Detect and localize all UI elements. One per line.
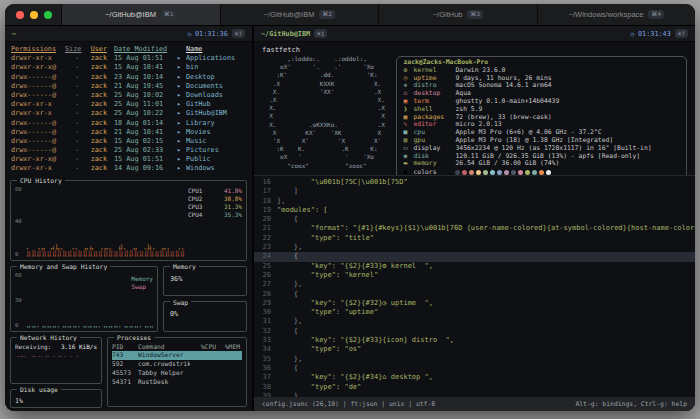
file-date: 15 Aug 10:41 [107,63,174,72]
editor-line[interactable]: 22 "type": "title" [254,234,695,243]
cpu-core-label: CPU4 [188,211,202,219]
code-text: "type": "de" [277,383,695,392]
code-text: "format": "{#1}{#keys}{$1}\u001b[76D {us… [277,224,695,233]
editor-line[interactable]: 35 }, [254,355,695,364]
file-permissions: drwxr-xr-x@ [11,155,65,164]
editor-line[interactable]: 21 "format": "{#1}{#keys}{$1}\u001b[76D … [254,224,695,233]
axis-tick: 0 [15,322,26,328]
process-pid: 592 [112,360,138,369]
editor-line[interactable]: 37 "key": "{$2}{#34}⌂ desktop ", [254,373,695,382]
editor-line[interactable]: 17 ] [254,187,695,196]
file-permissions: drwx------@ [11,119,65,128]
process-cpu [190,351,216,360]
file-name: bin [186,63,246,72]
info-value: 9 days, 11 hours, 26 mins [455,75,680,83]
axis-tick: 40 [15,218,26,224]
editor-line[interactable]: 34 "type": "os" [254,345,695,354]
editor-line[interactable]: 23 }, [254,243,695,252]
tab-shortcut-badge: ⌘3 [467,10,482,19]
cpu-core-label: CPU3 [188,203,202,211]
process-row[interactable]: 743 WindowServer [112,351,242,360]
editor-line[interactable]: 36 { [254,364,695,373]
network-rx-value: 3.16 KiB/s [61,343,97,350]
clock-shortcut-badge: ⌘7 [232,29,245,38]
editor-line[interactable]: 28 { [254,290,695,299]
folder-icon: ▸ [174,82,186,91]
clock: 01:31:36 [195,30,228,38]
ascii-art-line: ,:loddo:. .:oddol:, [262,55,388,63]
editor-line[interactable]: 32 { [254,327,695,336]
editor-line[interactable]: 29 "key": "{$2}{#32}◷ uptime ", [254,299,695,308]
file-date: 25 Aug 10:02 [107,91,174,100]
editor-line[interactable]: 18 }, [254,197,695,206]
process-pid: 45573 [112,369,138,378]
editor-line[interactable]: 26 "type": "kernel" [254,271,695,280]
network-graph-line: ⢀⣀⡀ ⣀⢀⡀⣀ ⡀⣀⢀ ⡀⢀ [15,350,97,357]
close-button[interactable] [16,11,24,19]
panel-title: Memory and Swap History [17,262,110,271]
titlebar: ~/GitHub@IBM ⌘1 ~/GitHub@IBM ⌘2 ~/GitHub… [5,4,695,26]
code-text: { [277,215,695,224]
line-number: 33 [254,336,277,345]
file-date: 14 Aug 09:16 [107,164,174,173]
ascii-art-line: :K K. .K K: [262,145,388,153]
tmux-session-name[interactable]: ~/GitHub@IBM [261,30,310,38]
disk-usage-panel: Disk usage 1% [10,389,102,408]
editor-line[interactable]: 24 { [254,252,695,261]
file-row: drwxr-xr-x@ - zack 15 Aug 01:51 ▸ Public [11,155,246,164]
terminal-tab[interactable]: ~/Windows/workspace ⌘4 [537,4,696,25]
process-row[interactable]: 45573 Tabby Helper [112,369,242,378]
file-size: - [65,63,79,72]
file-rows: drwxr-xr-x - zack 15 Aug 01:51 ▸ Applica… [11,54,246,173]
editor-line[interactable]: 20 { [254,215,695,224]
tab-bar: ~/GitHub@IBM ⌘1 ~/GitHub@IBM ⌘2 ~/GitHub… [61,4,695,25]
header-mem[interactable]: %MEM [216,343,242,352]
editor-line[interactable]: 19 "modules": [ [254,206,695,215]
file-owner: zack [79,91,107,100]
swap-gauge-panel: Swap 0% [163,301,247,332]
traffic-lights [5,11,61,19]
memory-legend-item: Swap [131,283,153,291]
maximize-button[interactable] [44,11,52,19]
process-row[interactable]: 54371 RustDesk [112,378,242,387]
file-row: drwxr-xr-x - zack 15 Aug 01:51 ▸ Applica… [11,54,246,63]
line-number: 21 [254,224,277,233]
network-column: Network History Receiving: 3.16 KiB/s ⢀⣀… [10,337,102,407]
file-name: Documents [186,82,246,91]
folder-icon: ▸ [174,54,186,63]
ascii-art-line: oX ' ' 'Xo [262,153,388,161]
tmux-session-name[interactable]: ~ [12,30,16,38]
code-text: }, [277,243,695,252]
terminal-tab[interactable]: ~/GitHub@IBM ⌘2 [220,4,379,25]
file-name: Downloads [186,91,246,100]
info-icon: ▬ [403,160,413,168]
memory-section: Memory and Swap History 60 30 0 ⣀⣀⡀⣀⣀⣀⡀⣀… [10,266,247,332]
info-row: ✎ editor micro 2.0.13 [403,121,680,129]
panel-title: Memory [170,262,199,271]
info-row: ❯ shell zsh 5.9 [403,106,680,114]
header-size: Size [65,45,79,54]
header-cpu[interactable]: %CPU [190,343,216,352]
ascii-art: ,:loddo:. .:oddol:, oX' '. .' 'Xo :K' .d… [262,55,388,175]
terminal-tab[interactable]: ~/GitHub@IBM ⌘1 [61,4,220,25]
process-row[interactable]: 592 com.crowdstrike.falc [112,360,242,369]
process-rows: 743 WindowServer 592 com.crowdstrike.fal… [112,351,242,386]
ascii-art-line: X KX' 'XK X [262,129,388,137]
editor-line[interactable]: 38 "type": "de" [254,383,695,392]
editor-line[interactable]: 33 "key": "{$2}{#33}{icon} distro ", [254,336,695,345]
terminal-tab[interactable]: ~/GitHub ⌘3 [378,4,537,25]
code-text: ] [277,187,695,196]
tab-title: ~/Windows/workspace [569,10,644,19]
editor-line[interactable]: 16 "\u001b[75C|\u001b[75D" [254,178,695,187]
host-title: zack@Zacks-MacBook-Pro [403,59,680,67]
minimize-button[interactable] [30,11,38,19]
editor-line[interactable]: 30 "type": "uptime" [254,308,695,317]
editor-line[interactable]: 31 }, [254,317,695,326]
code-text: }, [277,280,695,289]
line-number: 28 [254,290,277,299]
ascii-art-line: X. 'XX' .X [262,88,388,96]
cpu-core-value: 31.3% [224,203,242,211]
editor-line[interactable]: 27 }, [254,280,695,289]
editor-line[interactable]: 25 "key": "{$2}{#33}⚙ kernel ", [254,262,695,271]
clock: 01:31:43 [638,30,671,38]
